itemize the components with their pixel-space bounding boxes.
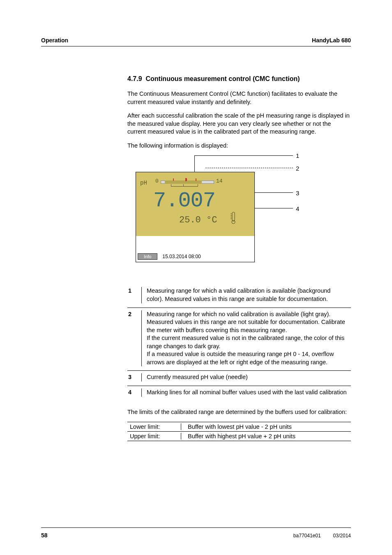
buffer-tick [173,178,174,181]
limits-table: Lower limit: Buffer with lowest pH value… [127,422,351,441]
header-section: Operation [41,37,68,44]
callout-leader-1h [194,155,293,156]
page-header: Operation HandyLab 680 [41,37,351,46]
definition-row: 1 Measuring range for which a valid cali… [127,287,351,307]
definition-row: 3 Currently measured pH value (needle) [127,370,351,386]
limit-row-lower: Lower limit: Buffer with lowest pH value… [127,422,351,431]
callout-number-3: 3 [296,190,299,197]
unit-label: pH [140,180,147,186]
temperature-value: 25.0 °C [179,215,217,225]
buffer-marker [198,184,198,187]
lower-limit-value: Buffer with lowest pH value - 2 pH units [188,423,351,430]
paragraph-intro: The Continuous Measurement Control (CMC … [127,90,351,106]
measurement-panel: pH 0 14 7.007 [136,172,254,236]
scale-min-label: 0 [155,178,159,184]
definition-text: Marking lines for all nominal buffer val… [147,388,351,397]
definition-divider [141,388,142,397]
limit-divider [181,423,181,430]
scale-calibrated-range [165,180,202,184]
section-title: Continuous measurement control (CMC func… [145,75,300,82]
paragraph-following: The following information is displayed: [127,142,351,150]
limit-divider [181,433,181,439]
callout-number-1: 1 [296,152,299,159]
definition-text: Measuring range for which no valid calib… [147,310,351,367]
display-figure: 1 2 3 4 pH 0 14 [127,155,300,279]
svg-point-1 [232,220,235,224]
status-bar: Info 15.03.2014 08:00 [138,253,253,260]
upper-limit-value: Buffer with highest pH value + 2 pH unit… [188,433,351,439]
definition-divider [141,310,142,367]
definition-row: 4 Marking lines for all nominal buffer v… [127,386,351,401]
definition-row: 2 Measuring range for which no valid cal… [127,308,351,371]
paragraph-limits-intro: The limits of the calibrated range are d… [127,408,351,416]
scale-max-label: 14 [216,178,223,184]
definition-number: 3 [127,373,141,382]
doc-id: ba77041e01 [293,533,321,539]
info-button[interactable]: Info [138,253,157,260]
ph-scale [161,180,214,184]
callout-leader-2h [205,168,293,168]
timestamp: 15.03.2014 08:00 [162,254,201,259]
lower-limit-label: Lower limit: [127,423,181,430]
ph-value: 7.007 [153,189,215,213]
callout-number-2: 2 [296,165,299,172]
content-column: 4.7.9 Continuous measurement control (CM… [127,75,351,441]
header-product: HandyLab 680 [312,37,351,44]
buffer-tick [196,178,196,181]
callout-number-4: 4 [296,205,299,212]
sensor-icon [231,211,236,224]
definition-text: Measuring range for which a valid calibr… [147,287,351,303]
page-footer: 58 ba77041e01 03/2014 [41,527,351,539]
paragraph-after-cal: After each successful calibration the sc… [127,112,351,136]
definition-divider [141,287,142,303]
section-number: 4.7.9 [127,75,142,82]
upper-limit-label: Upper limit: [127,433,181,439]
definition-text: Currently measured pH value (needle) [147,373,351,382]
svg-rect-0 [232,212,235,221]
definition-number: 1 [127,287,141,303]
callout-definitions: 1 Measuring range for which a valid cali… [127,287,351,400]
definition-number: 2 [127,310,141,367]
buffer-tick [186,178,187,181]
buffer-marker-line [171,186,198,187]
limit-row-upper: Upper limit: Buffer with highest pH valu… [127,431,351,441]
page-number: 58 [41,532,48,539]
doc-date: 03/2014 [333,533,351,539]
section-heading: 4.7.9 Continuous measurement control (CM… [127,75,351,83]
definition-number: 4 [127,388,141,397]
definition-divider [141,373,142,382]
meter-display: pH 0 14 7.007 [136,172,255,262]
